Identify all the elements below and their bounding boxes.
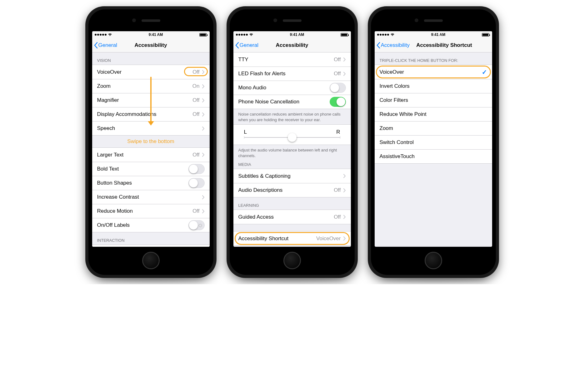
slider-label-left: L xyxy=(244,129,247,135)
row-value: Off xyxy=(192,152,199,158)
front-camera xyxy=(273,18,277,22)
row-bold-text[interactable]: Bold Text xyxy=(92,162,210,176)
row-accessibility-shortcut[interactable]: Accessibility Shortcut VoiceOver xyxy=(233,231,351,246)
nav-bar: General Accessibility xyxy=(92,38,210,52)
toggle-bold-text[interactable] xyxy=(188,164,205,174)
home-button[interactable] xyxy=(283,252,301,269)
signal-icon xyxy=(236,34,248,36)
row-label: On/Off Labels xyxy=(97,222,188,228)
row-shortcut-invert[interactable]: Invert Colors xyxy=(375,79,492,93)
status-bar: 9:41 AM xyxy=(92,31,210,38)
row-shortcut-colorfilters[interactable]: Color Filters xyxy=(375,93,492,107)
footer-balance: Adjust the audio volume balance between … xyxy=(233,145,351,160)
slider-label-right: R xyxy=(336,129,340,135)
row-value: Off xyxy=(192,208,199,214)
chevron-right-icon xyxy=(343,215,346,219)
annotation-swipe: Swipe to the bottom xyxy=(92,136,210,147)
signal-icon xyxy=(95,34,107,36)
row-switch-control[interactable]: Switch Control Off xyxy=(92,245,210,247)
row-value: Off xyxy=(192,97,199,103)
row-value: Off xyxy=(334,57,341,63)
row-onoff-labels[interactable]: On/Off Labels xyxy=(92,218,210,232)
speaker xyxy=(283,19,302,22)
wifi-icon xyxy=(108,33,112,36)
row-value: On xyxy=(192,83,200,89)
row-shortcut-switchcontrol[interactable]: Switch Control xyxy=(375,135,492,149)
chevron-right-icon xyxy=(343,174,346,178)
row-subtitles[interactable]: Subtitles & Captioning xyxy=(233,169,351,183)
signal-icon xyxy=(377,34,389,36)
chevron-right-icon xyxy=(343,72,346,76)
row-shortcut-reducewhite[interactable]: Reduce White Point xyxy=(375,107,492,121)
back-label: General xyxy=(240,42,258,48)
nav-bar: Accessibility Accessibility Shortcut xyxy=(375,38,492,52)
chevron-right-icon xyxy=(202,127,205,131)
toggle-mono-audio[interactable] xyxy=(330,83,346,93)
status-bar: 9:41 AM xyxy=(233,31,351,38)
nav-bar: General Accessibility xyxy=(233,38,351,52)
section-header-interaction: INTERACTION xyxy=(92,232,210,245)
row-label: TTY xyxy=(238,57,334,63)
row-guided-access[interactable]: Guided Access Off xyxy=(233,210,351,224)
scroll-content[interactable]: TTY Off LED Flash for Alerts Off Mono Au… xyxy=(233,52,351,247)
balance-slider[interactable]: L R xyxy=(233,124,351,145)
row-label: Zoom xyxy=(380,125,487,131)
row-larger-text[interactable]: Larger Text Off xyxy=(92,148,210,162)
battery-icon xyxy=(199,33,207,37)
scroll-content[interactable]: TRIPLE-CLICK THE HOME BUTTON FOR: VoiceO… xyxy=(375,52,492,247)
home-button[interactable] xyxy=(142,252,160,269)
row-led-flash[interactable]: LED Flash for Alerts Off xyxy=(233,67,351,81)
scroll-content[interactable]: VISION VoiceOver Off Zoom On Magnifie xyxy=(92,52,210,247)
row-label: Accessibility Shortcut xyxy=(238,236,317,242)
chevron-left-icon xyxy=(94,42,98,48)
toggle-noise-cancellation[interactable] xyxy=(330,97,346,107)
row-label: Increase Contrast xyxy=(97,194,202,200)
row-label: AssistiveTouch xyxy=(380,153,487,160)
row-value: Off xyxy=(192,69,199,75)
status-time: 9:41 AM xyxy=(290,32,304,37)
row-shortcut-zoom[interactable]: Zoom xyxy=(375,121,492,135)
toggle-onoff-labels[interactable] xyxy=(188,220,205,230)
section-header-media: MEDIA xyxy=(233,160,351,169)
row-label: Audio Descriptions xyxy=(238,187,334,193)
row-shortcut-assistivetouch[interactable]: AssistiveTouch xyxy=(375,149,492,163)
section-header-shortcut: TRIPLE-CLICK THE HOME BUTTON FOR: xyxy=(375,52,492,65)
row-tty[interactable]: TTY Off xyxy=(233,52,351,67)
row-label: Display Accommodations xyxy=(97,111,193,117)
row-label: Subtitles & Captioning xyxy=(238,173,343,179)
row-button-shapes[interactable]: Button Shapes xyxy=(92,176,210,190)
row-label: Reduce White Point xyxy=(380,111,487,117)
row-shortcut-voiceover[interactable]: VoiceOver ✓ xyxy=(375,65,492,79)
row-label: Speech xyxy=(97,125,202,131)
row-mono-audio[interactable]: Mono Audio xyxy=(233,81,351,95)
row-noise-cancellation[interactable]: Phone Noise Cancellation xyxy=(233,95,351,109)
back-label: General xyxy=(98,42,117,48)
row-increase-contrast[interactable]: Increase Contrast xyxy=(92,190,210,204)
row-label: Switch Control xyxy=(380,139,487,146)
row-value: Off xyxy=(334,214,341,220)
row-label: Larger Text xyxy=(97,152,193,158)
row-audio-descriptions[interactable]: Audio Descriptions Off xyxy=(233,183,351,197)
row-label: LED Flash for Alerts xyxy=(238,71,334,77)
screen-2: 9:41 AM General Accessibility TTY Off xyxy=(233,31,351,247)
chevron-right-icon xyxy=(202,112,205,117)
front-camera xyxy=(415,18,418,22)
back-button[interactable]: Accessibility xyxy=(377,42,410,48)
back-button[interactable]: General xyxy=(235,42,258,48)
phone-frame-1: 9:41 AM General Accessibility VISION Voi… xyxy=(85,6,217,278)
home-button[interactable] xyxy=(425,252,442,269)
chevron-right-icon xyxy=(202,70,205,74)
speaker xyxy=(424,19,443,22)
chevron-right-icon xyxy=(343,188,346,192)
toggle-button-shapes[interactable] xyxy=(188,178,205,188)
speaker xyxy=(142,19,160,22)
back-label: Accessibility xyxy=(381,42,410,48)
chevron-left-icon xyxy=(235,42,239,48)
annotation-arrow-icon xyxy=(150,77,152,124)
screen-3: 9:41 AM Accessibility Accessibility Shor… xyxy=(375,31,492,247)
slider-knob[interactable] xyxy=(288,133,297,142)
row-reduce-motion[interactable]: Reduce Motion Off xyxy=(92,204,210,218)
footer-noise: Noise cancellation reduces ambient noise… xyxy=(233,109,351,124)
row-label: Guided Access xyxy=(238,214,334,220)
back-button[interactable]: General xyxy=(94,42,117,48)
